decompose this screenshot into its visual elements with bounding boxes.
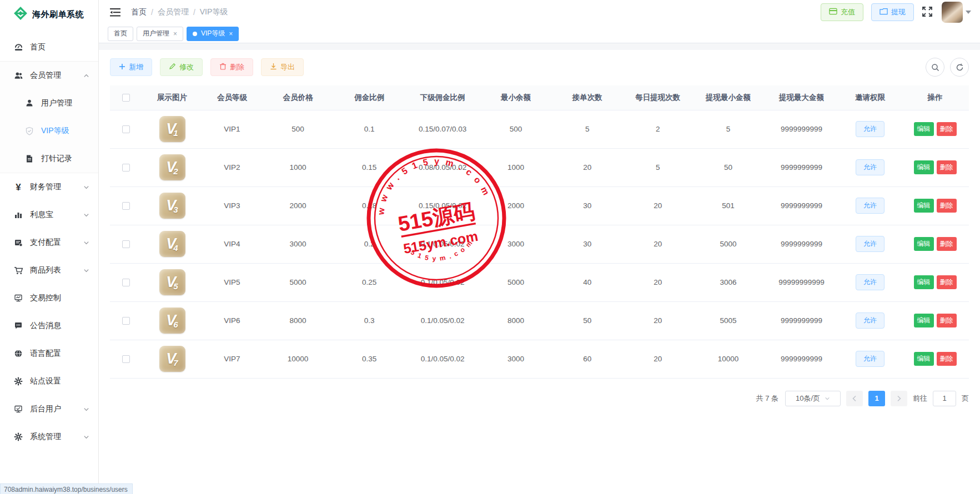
fullscreen-icon[interactable] (922, 6, 934, 18)
invite-permission-button[interactable]: 允许 (856, 198, 884, 214)
pagination-total: 共 7 条 (756, 394, 778, 404)
row-delete-button[interactable]: 删除 (937, 160, 957, 174)
search-icon[interactable] (926, 58, 944, 77)
close-icon[interactable]: × (229, 30, 233, 38)
column-header: 展示图片 (142, 85, 202, 110)
row-checkbox[interactable] (122, 202, 130, 210)
sidebar-item-product-list[interactable]: 商品列表 (0, 256, 98, 284)
prev-page-button[interactable] (846, 391, 863, 406)
cell-min-withdraw: 5000 (692, 225, 764, 263)
row-edit-button[interactable]: 编辑 (914, 314, 934, 327)
row-checkbox[interactable] (122, 240, 130, 248)
breadcrumb-home[interactable]: 首页 (131, 7, 147, 17)
payment-icon (13, 238, 23, 248)
tab-home[interactable]: 首页 (108, 27, 133, 41)
page-size-select[interactable]: 10条/页 (785, 391, 841, 406)
invite-permission-button[interactable]: 允许 (856, 236, 884, 252)
sidebar-item-finance[interactable]: ¥ 财务管理 (0, 173, 98, 201)
shield-icon (24, 126, 34, 136)
cell-min-balance: 3000 (480, 225, 552, 263)
withdraw-button[interactable]: 提现 (871, 3, 914, 21)
sidebar-item-site-settings[interactable]: 站点设置 (0, 367, 98, 395)
sidebar-item-payment-config[interactable]: 支付配置 (0, 229, 98, 256)
add-button[interactable]: 新增 (110, 58, 152, 76)
invite-permission-button[interactable]: 允许 (856, 312, 884, 329)
vip-badge-image: V4 (159, 231, 185, 257)
tab-user-management[interactable]: 用户管理 × (137, 27, 183, 41)
vip-table: 展示图片会员等级会员价格佣金比例下级佣金比例最小余额接单次数每日提现次数提现最小… (110, 85, 969, 379)
cell-max-withdraw: 9999999999 (764, 225, 839, 263)
sidebar-item-label: 会员管理 (30, 70, 83, 80)
row-delete-button[interactable]: 删除 (937, 122, 957, 136)
modify-button[interactable]: 修改 (160, 58, 203, 76)
row-edit-button[interactable]: 编辑 (914, 352, 934, 366)
refresh-icon[interactable] (950, 58, 969, 77)
next-page-button[interactable] (891, 391, 907, 406)
chevron-down-icon (966, 11, 971, 14)
current-page-button[interactable]: 1 (868, 391, 885, 406)
modify-label: 修改 (179, 62, 194, 72)
row-edit-button[interactable]: 编辑 (914, 199, 934, 213)
row-delete-button[interactable]: 删除 (937, 237, 957, 251)
logo[interactable]: 海外刷单系统 (0, 0, 98, 29)
user-menu[interactable] (942, 2, 971, 23)
tab-vip-level[interactable]: VIP等级 × (187, 27, 239, 41)
sidebar-item-user-management[interactable]: 用户管理 (0, 89, 98, 117)
recharge-button[interactable]: 充值 (821, 3, 863, 21)
invite-permission-button[interactable]: 允许 (856, 121, 884, 137)
cell-max-withdraw: 9999999999 (764, 110, 839, 148)
breadcrumb-member-management[interactable]: 会员管理 (158, 7, 189, 17)
vip-badge-image: V7 (159, 346, 185, 372)
cell-sub-commission: 0.1/0.05/0.02 (405, 225, 480, 263)
row-checkbox[interactable] (122, 317, 130, 325)
row-delete-button[interactable]: 删除 (937, 275, 957, 289)
close-icon[interactable]: × (173, 30, 177, 38)
invite-permission-button[interactable]: 允许 (856, 351, 884, 367)
cell-commission: 0.25 (334, 263, 405, 301)
invite-permission-button[interactable]: 允许 (856, 274, 884, 290)
row-edit-button[interactable]: 编辑 (914, 122, 934, 136)
gear-icon (13, 376, 23, 386)
select-all-checkbox[interactable] (122, 94, 130, 102)
sidebar-item-member-management[interactable]: 会员管理 (0, 62, 98, 89)
row-delete-button[interactable]: 删除 (937, 314, 957, 327)
card-icon (829, 8, 837, 17)
cell-order-count: 20 (551, 148, 623, 186)
sidebar-item-label: 用户管理 (41, 98, 72, 108)
sidebar-collapse-icon[interactable] (109, 6, 121, 18)
column-header: 接单次数 (551, 85, 623, 110)
sidebar-item-home[interactable]: 首页 (0, 33, 98, 61)
breadcrumb-vip-level: VIP等级 (200, 7, 228, 17)
row-edit-button[interactable]: 编辑 (914, 237, 934, 251)
cell-daily-withdraw-count: 20 (623, 301, 692, 340)
invite-permission-button[interactable]: 允许 (856, 159, 884, 175)
sidebar-item-interest[interactable]: 利息宝 (0, 201, 98, 229)
avatar[interactable] (942, 2, 963, 23)
delete-button[interactable]: 删除 (210, 58, 253, 76)
cell-daily-withdraw-count: 20 (623, 340, 692, 378)
cart-icon (13, 265, 23, 275)
export-button[interactable]: 导出 (261, 58, 304, 76)
row-checkbox[interactable] (122, 279, 130, 286)
row-checkbox[interactable] (122, 164, 130, 172)
yen-icon: ¥ (13, 182, 23, 192)
cell-commission: 0.18 (334, 186, 405, 225)
sidebar-item-trade-control[interactable]: 交易控制 (0, 284, 98, 312)
sidebar-item-backend-users[interactable]: 后台用户 (0, 395, 98, 423)
vip-badge-image: V2 (159, 154, 185, 180)
sidebar-item-vip-level[interactable]: VIP等级 (0, 117, 98, 145)
sidebar-item-system-management[interactable]: 系统管理 (0, 423, 98, 451)
row-delete-button[interactable]: 删除 (937, 199, 957, 213)
cell-price: 2000 (262, 186, 334, 225)
row-edit-button[interactable]: 编辑 (914, 160, 934, 174)
row-edit-button[interactable]: 编辑 (914, 275, 934, 289)
sidebar-item-language-config[interactable]: 语言配置 (0, 340, 98, 367)
row-checkbox[interactable] (122, 125, 130, 133)
sidebar-item-injection-records[interactable]: 打针记录 (0, 145, 98, 173)
goto-page-input[interactable] (933, 391, 956, 406)
sidebar-item-announcements[interactable]: 公告消息 (0, 312, 98, 340)
cell-sub-commission: 0.1/0.05/0.02 (405, 340, 480, 378)
row-delete-button[interactable]: 删除 (937, 352, 957, 366)
cell-min-balance: 2000 (480, 186, 552, 225)
row-checkbox[interactable] (122, 355, 130, 363)
